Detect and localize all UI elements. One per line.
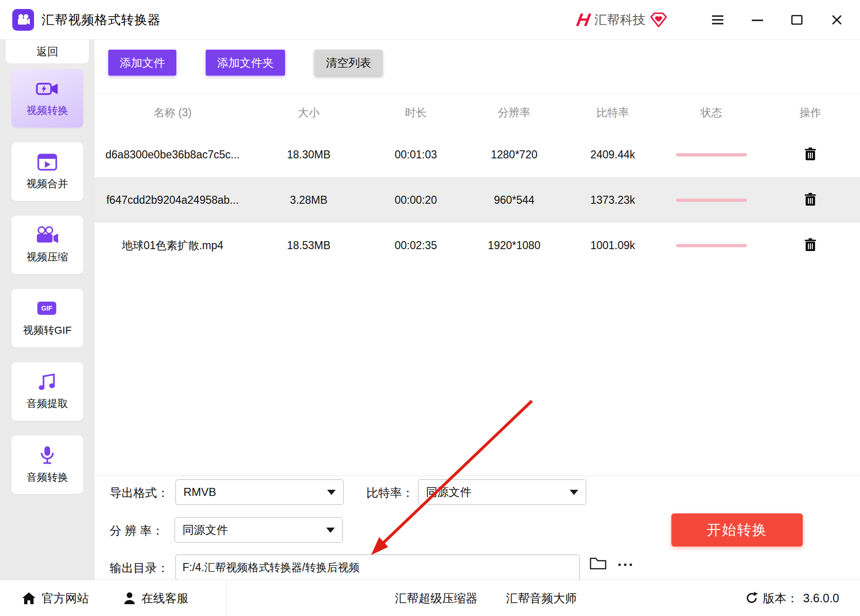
super-compressor-link[interactable]: 汇帮超级压缩器 <box>395 590 478 606</box>
browse-folder-button[interactable] <box>589 555 607 572</box>
file-duration: 00:00:20 <box>367 194 465 207</box>
back-button[interactable]: 返回 <box>6 40 89 63</box>
footer-bar: 官方网站 在线客服 汇帮超级压缩器 汇帮音频大师 版本： 3.6.0.0 <box>0 580 860 616</box>
file-resolution: 960*544 <box>465 194 564 207</box>
file-size: 3.28MB <box>251 194 367 207</box>
table-header-row: 名称 (3) 大小 时长 分辨率 比特率 状态 操作 <box>95 93 860 132</box>
file-bitrate: 1001.09k <box>564 239 662 252</box>
online-service-link[interactable]: 在线客服 <box>123 590 189 606</box>
video-to-gif-icon: GIF <box>36 299 59 318</box>
col-header-name: 名称 (3) <box>95 105 251 120</box>
col-header-status: 状态 <box>662 105 761 120</box>
hamburger-menu-icon <box>711 14 724 26</box>
col-header-duration: 时长 <box>367 105 465 120</box>
file-resolution: 1280*720 <box>465 148 564 161</box>
brand-logo[interactable]: H 汇帮科技 <box>577 11 667 29</box>
sidebar-item-label: 视频合并 <box>26 177 68 191</box>
file-name: d6a8300e0be36b8ac7c5c... <box>95 148 251 161</box>
table-row: 地球01色素扩散.mp4 18.53MB 00:02:35 1920*1080 … <box>95 223 860 268</box>
bitrate-label: 比特率： <box>366 485 414 501</box>
audio-convert-icon <box>38 445 57 465</box>
file-toolbar: 添加文件 添加文件夹 清空列表 <box>108 50 382 76</box>
trash-icon <box>804 147 817 161</box>
sidebar-item-video-merge[interactable]: 视频合并 <box>11 142 83 201</box>
diamond-heart-badge-icon <box>650 12 667 28</box>
sidebar-item-label: 视频转换 <box>26 104 68 118</box>
sidebar-item-video-compress[interactable]: 视频压缩 <box>11 216 83 274</box>
official-site-label: 官方网站 <box>42 590 89 606</box>
file-size: 18.30MB <box>251 148 367 161</box>
maximize-icon <box>791 14 803 26</box>
super-compressor-label: 汇帮超级压缩器 <box>395 590 478 606</box>
trash-icon <box>804 238 817 252</box>
delete-file-button[interactable] <box>804 192 817 208</box>
minimize-icon <box>751 14 764 26</box>
resolution-label: 分 辨 率： <box>110 523 164 538</box>
export-format-select[interactable]: RMVB <box>175 479 344 505</box>
output-dir-input[interactable] <box>175 555 580 580</box>
export-format-value: RMVB <box>183 486 216 499</box>
file-bitrate: 1373.23k <box>564 194 662 207</box>
add-folder-button[interactable]: 添加文件夹 <box>206 50 285 76</box>
sidebar-item-video-to-gif[interactable]: GIF 视频转GIF <box>11 289 83 347</box>
resolution-value: 同源文件 <box>182 522 228 538</box>
table-row: f647cdd2b9204a24958ab... 3.28MB 00:00:20… <box>95 177 860 223</box>
titlebar: 汇帮视频格式转换器 H 汇帮科技 <box>0 0 860 40</box>
video-convert-icon <box>35 79 59 98</box>
video-compress-icon <box>35 226 59 245</box>
audio-master-label: 汇帮音频大师 <box>506 590 577 606</box>
file-resolution: 1920*1080 <box>465 239 564 252</box>
app-window: 汇帮视频格式转换器 H 汇帮科技 <box>0 0 860 616</box>
delete-file-button[interactable] <box>804 147 817 163</box>
official-site-link[interactable]: 官方网站 <box>22 590 89 606</box>
audio-master-link[interactable]: 汇帮音频大师 <box>506 590 577 606</box>
start-convert-button[interactable]: 开始转换 <box>671 513 803 547</box>
progress-bar <box>676 244 747 247</box>
file-table: 名称 (3) 大小 时长 分辨率 比特率 状态 操作 d6a8300e0be36… <box>95 93 860 268</box>
clear-list-button[interactable]: 清空列表 <box>314 50 382 76</box>
close-button[interactable] <box>826 9 848 31</box>
output-settings-panel: 导出格式： RMVB 比特率： 同源文件 分 辨 率： 同源文件 开始转换 输出… <box>95 476 860 580</box>
chevron-down-icon <box>570 490 578 495</box>
audio-extract-icon <box>37 373 57 391</box>
file-duration: 00:01:03 <box>367 148 465 161</box>
maximize-button[interactable] <box>786 9 808 31</box>
add-file-button[interactable]: 添加文件 <box>108 50 176 76</box>
delete-file-button[interactable] <box>804 238 817 253</box>
file-name: f647cdd2b9204a24958ab... <box>95 194 251 207</box>
sidebar: 返回 视频转换 视频合并 视频压缩 <box>0 40 95 580</box>
refresh-icon[interactable] <box>745 591 758 605</box>
main-content: 添加文件 添加文件夹 清空列表 名称 (3) 大小 时长 分辨率 比特率 状态 … <box>95 40 860 580</box>
home-icon <box>22 591 36 605</box>
file-duration: 00:02:35 <box>367 239 465 252</box>
lightning-h-logo-icon: H <box>575 11 591 29</box>
app-icon <box>12 9 34 31</box>
folder-icon <box>589 555 607 571</box>
resolution-select[interactable]: 同源文件 <box>174 517 343 543</box>
sidebar-item-audio-extract[interactable]: 音频提取 <box>11 362 83 421</box>
movie-camera-icon <box>16 13 30 27</box>
video-merge-icon <box>37 153 58 172</box>
sidebar-item-video-convert[interactable]: 视频转换 <box>11 69 83 128</box>
sidebar-item-audio-convert[interactable]: 音频转换 <box>11 435 83 494</box>
sidebar-item-label: 视频转GIF <box>23 323 72 338</box>
version-value: 3.6.0.0 <box>803 591 839 605</box>
sidebar-item-label: 音频提取 <box>26 397 68 411</box>
minimize-button[interactable] <box>747 9 768 31</box>
version-info: 版本： 3.6.0.0 <box>745 590 839 606</box>
col-header-bitrate: 比特率 <box>564 105 662 120</box>
sidebar-item-label: 视频压缩 <box>26 250 68 264</box>
brand-text: 汇帮科技 <box>594 11 645 28</box>
close-icon <box>831 14 843 26</box>
sidebar-item-label: 音频转换 <box>26 470 68 485</box>
output-dir-label: 输出目录： <box>110 560 169 576</box>
col-header-action: 操作 <box>761 105 860 120</box>
bitrate-select[interactable]: 同源文件 <box>418 479 586 505</box>
progress-bar <box>676 199 747 202</box>
menu-button[interactable] <box>707 9 729 31</box>
file-bitrate: 2409.44k <box>564 148 662 161</box>
version-label: 版本： <box>763 590 799 606</box>
export-format-label: 导出格式： <box>110 485 169 501</box>
table-row: d6a8300e0be36b8ac7c5c... 18.30MB 00:01:0… <box>95 132 860 177</box>
more-options-button[interactable]: ... <box>615 552 637 570</box>
